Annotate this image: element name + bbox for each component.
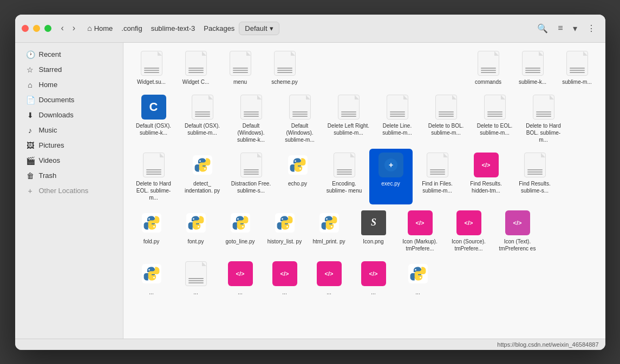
breadcrumb-home[interactable]: Home: [83, 22, 117, 35]
sidebar-item-starred[interactable]: ☆ Starred: [17, 62, 121, 77]
file-name: ...: [238, 289, 242, 296]
file-icon-python: [316, 210, 342, 236]
file-name: Find Results. hidden-tm...: [465, 180, 508, 194]
file-name: Icon.png: [363, 238, 383, 245]
file-item[interactable]: ...: [130, 257, 173, 299]
file-item[interactable]: C Default (OSX). sublime-k...: [130, 91, 178, 147]
file-icon-text: [520, 50, 546, 76]
sidebar-item-music[interactable]: ♪ Music: [17, 123, 121, 138]
file-item[interactable]: commands: [467, 47, 510, 89]
file-icon-text: [564, 50, 590, 76]
sort-direction-button[interactable]: ▾: [570, 21, 580, 36]
breadcrumb-config[interactable]: .config: [117, 22, 146, 35]
file-item[interactable]: Widget.su...: [130, 47, 173, 89]
file-icon-sublime-xml: </>: [227, 261, 253, 287]
svg-point-2: [204, 168, 206, 169]
file-item-exec[interactable]: + exec.py: [369, 149, 413, 204]
close-button[interactable]: [22, 25, 29, 32]
sidebar-label-trash: Trash: [39, 171, 57, 180]
file-icon-sublime-xml: </>: [407, 210, 433, 236]
svg-point-24: [148, 269, 150, 270]
sidebar-item-videos[interactable]: 🎬 Videos: [17, 153, 121, 168]
file-icon-text: [227, 50, 253, 76]
file-name: Delete to Hard BOL. sublime-m...: [522, 122, 565, 143]
file-item[interactable]: echo.py: [276, 149, 319, 204]
file-item[interactable]: font.py: [174, 207, 218, 255]
file-item[interactable]: Distraction Free. sublime-s...: [227, 149, 275, 204]
file-item[interactable]: goto_line.py: [219, 207, 262, 255]
file-item[interactable]: Delete Left Right. sublime-m...: [325, 91, 373, 147]
file-item[interactable]: html_print. py: [308, 207, 351, 255]
sidebar-item-pictures[interactable]: 🖼 Pictures: [17, 138, 121, 153]
file-item[interactable]: Delete to EOL. sublime-m...: [471, 91, 519, 147]
main-layout: 🕐 Recent ☆ Starred ⌂ Home 📄 Documents ⬇ …: [15, 43, 605, 339]
file-item[interactable]: Default (Windows). sublime-m...: [276, 91, 324, 147]
sort-button[interactable]: ≡: [554, 21, 566, 35]
file-item[interactable]: </> ...: [352, 257, 395, 299]
svg-point-13: [198, 226, 199, 227]
traffic-lights: [22, 25, 51, 32]
document-icon: 📄: [26, 96, 35, 104]
file-area-wrapper: Widget.su... Widget C... menu: [123, 43, 605, 339]
sidebar-item-downloads[interactable]: ⬇ Downloads: [17, 108, 121, 123]
sidebar-label-other-locations: Other Locations: [39, 187, 89, 195]
breadcrumb-sublime[interactable]: sublime-text-3: [147, 22, 200, 35]
file-item[interactable]: menu: [219, 47, 262, 89]
file-name: Delete to EOL. sublime-m...: [473, 122, 517, 136]
file-item[interactable]: </> ...: [219, 257, 262, 299]
file-item[interactable]: ...: [174, 257, 218, 299]
file-item[interactable]: detect_ indentation. py: [179, 149, 226, 204]
file-item[interactable]: Delete to Hard BOL. sublime-m...: [520, 91, 567, 147]
file-item[interactable]: Default (OSX). sublime-m...: [179, 91, 226, 147]
file-icon-python: [405, 261, 431, 287]
file-item[interactable]: </> ...: [308, 257, 351, 299]
file-item[interactable]: </> Find Results. hidden-tm...: [462, 149, 510, 204]
file-item[interactable]: fold.py: [130, 207, 173, 255]
minimize-button[interactable]: [33, 25, 40, 32]
file-name: Default (Windows). sublime-k...: [230, 122, 273, 143]
file-item[interactable]: </> ...: [263, 257, 306, 299]
file-name: Icon (Markup). tmPrefere...: [399, 238, 442, 252]
file-icon-sublime-xml-pink: </>: [505, 210, 531, 236]
file-item[interactable]: scheme.py: [263, 47, 306, 89]
file-item[interactable]: Default (Windows). sublime-k...: [227, 91, 275, 147]
file-item[interactable]: </> Icon (Source). tmPrefere...: [445, 207, 493, 255]
sidebar-item-documents[interactable]: 📄 Documents: [17, 92, 121, 108]
svg-point-1: [199, 160, 201, 162]
videos-icon: 🎬: [26, 156, 35, 165]
more-button[interactable]: ⋮: [584, 21, 599, 36]
file-name: Find in Files. sublime-m...: [416, 180, 459, 194]
file-item[interactable]: Delete to BOL. sublime-m...: [422, 91, 470, 147]
file-item[interactable]: Delete to Hard EOL. sublime-m...: [130, 149, 178, 204]
file-name: ...: [371, 289, 375, 296]
file-item[interactable]: Widget C...: [174, 47, 218, 89]
file-icon-png: S: [361, 210, 387, 236]
maximize-button[interactable]: [44, 25, 51, 32]
file-icon-python: [190, 152, 216, 178]
sidebar-label-documents: Documents: [39, 96, 75, 104]
file-item[interactable]: Find in Files. sublime-m...: [414, 149, 461, 204]
file-item[interactable]: S Icon.png: [352, 207, 395, 255]
breadcrumb-packages[interactable]: Packages: [199, 22, 239, 35]
file-item[interactable]: Encoding. sublime- menu: [321, 149, 368, 204]
clock-icon: 🕐: [26, 50, 35, 59]
file-item[interactable]: history_list. py: [263, 207, 306, 255]
file-item[interactable]: sublime-k...: [511, 47, 554, 89]
sidebar-item-home[interactable]: ⌂ Home: [17, 77, 121, 92]
view-dropdown[interactable]: Default ▾: [239, 22, 279, 35]
file-item[interactable]: sublime-m...: [556, 47, 599, 89]
sidebar-item-other-locations[interactable]: + Other Locations: [17, 183, 121, 198]
sidebar-item-trash[interactable]: 🗑 Trash: [17, 168, 121, 183]
file-item[interactable]: Find Results. sublime-s...: [511, 149, 559, 204]
sidebar-item-recent[interactable]: 🕐 Recent: [17, 47, 121, 62]
forward-button[interactable]: ›: [69, 21, 79, 35]
file-name: fold.py: [143, 238, 159, 245]
sidebar-label-home: Home: [39, 81, 58, 89]
sidebar-label-videos: Videos: [39, 156, 61, 164]
file-item[interactable]: </> Icon (Markup). tmPrefere...: [396, 207, 444, 255]
back-button[interactable]: ‹: [58, 21, 67, 35]
file-item[interactable]: ...: [396, 257, 440, 299]
search-button[interactable]: 🔍: [534, 21, 551, 36]
file-item[interactable]: </> Icon (Text). tmPreferenc es: [494, 207, 541, 255]
file-item[interactable]: Delete Line. sublime-m...: [374, 91, 421, 147]
